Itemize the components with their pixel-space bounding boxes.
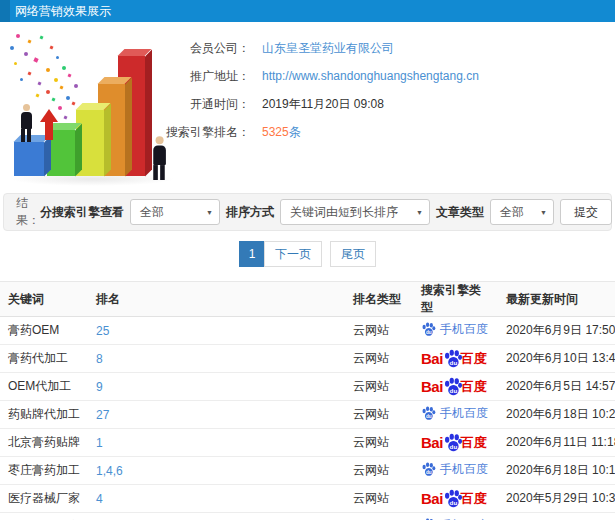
growth-arrow-icon	[40, 107, 58, 140]
rank-link[interactable]: 1	[88, 429, 345, 457]
engine-cell: du手机百度	[413, 513, 498, 520]
baidu-paw-icon: du	[421, 462, 436, 477]
filter-bar: 结果： 分搜索引擎查看 全部 ▼ 排序方式 关键词由短到长排序 ▼ 文章类型 全…	[3, 193, 612, 231]
article-type-select[interactable]: 全部 ▼	[490, 199, 554, 225]
caret-down-icon: ▼	[416, 209, 423, 216]
updated-cell: 2020年6月11日 11:18	[498, 429, 615, 457]
updated-cell: 2020年5月29日 10:32	[498, 485, 615, 513]
baidu-paw-icon: du	[443, 433, 463, 453]
caret-down-icon: ▼	[540, 209, 547, 216]
last-page-button[interactable]: 尾页	[330, 241, 376, 267]
table-row: 枣庄膏药加工 1,4,6 云网站 du手机百度 2020年6月18日 10:19	[0, 457, 615, 485]
sort-filter-select[interactable]: 关键词由短到长排序 ▼	[280, 199, 430, 225]
baidu-paw-icon: du	[443, 349, 463, 369]
article-type-label: 文章类型	[436, 204, 484, 221]
rank-count-value[interactable]: 5325	[262, 125, 289, 139]
svg-text:du: du	[426, 414, 432, 419]
rank-link[interactable]: 1,4,6	[88, 457, 345, 485]
svg-text:du: du	[449, 443, 457, 450]
baidu-paw-icon: du	[421, 322, 436, 337]
updated-cell: 2020年6月10日 13:40	[498, 345, 615, 373]
rank-type-cell: 云网站	[345, 401, 413, 429]
baidu-paw-icon: du	[443, 377, 463, 397]
keyword-cell: 膏药代加工	[0, 345, 88, 373]
keyword-cell: 北京膏药贴牌	[0, 429, 88, 457]
rank-type-cell: 云网站	[345, 457, 413, 485]
businessman-right	[151, 136, 167, 180]
table-row: 药贴牌代加工 27 云网站 du手机百度 2020年6月18日 10:25	[0, 401, 615, 429]
info-row-company: 会员公司： 山东皇圣堂药业有限公司	[158, 34, 615, 62]
header-rank-type: 排名类型	[345, 282, 413, 317]
chart-bar-blue	[14, 142, 44, 176]
table-body: 膏药OEM 25 云网站 du手机百度 2020年6月9日 17:50 膏药代加…	[0, 317, 615, 520]
pagination: 1 下一页 尾页	[0, 241, 615, 267]
info-section: 会员公司： 山东皇圣堂药业有限公司 推广地址： http://www.shand…	[0, 22, 615, 192]
svg-text:du: du	[426, 470, 432, 475]
rank-link[interactable]: 25	[88, 317, 345, 345]
header-engine-type: 搜索引擎类型	[413, 282, 498, 317]
updated-cell: 2020年6月5日 14:57	[498, 373, 615, 401]
rank-type-cell: 云网站	[345, 373, 413, 401]
updated-cell: 2020年6月9日 17:50	[498, 317, 615, 345]
keyword-cell: 菏泽膏药厂家	[0, 513, 88, 520]
engine-cell: Baidu百度	[413, 373, 498, 401]
baidu-paw-icon: du	[443, 489, 463, 509]
baidu-logo: Baidu百度	[421, 349, 487, 369]
table-row: OEM代加工 9 云网站 Baidu百度 2020年6月5日 14:57	[0, 373, 615, 401]
engine-filter-label: 分搜索引擎查看	[40, 204, 124, 221]
engine-cell: Baidu百度	[413, 485, 498, 513]
promotion-url-link[interactable]: http://www.shandonghuangshengtang.cn	[262, 69, 479, 83]
rank-type-cell: 云网站	[345, 485, 413, 513]
businessman-left	[19, 104, 33, 142]
table-header-row: 关键词 排名 排名类型 搜索引擎类型 最新更新时间	[0, 282, 615, 317]
engine-cell: Baidu百度	[413, 429, 498, 457]
keyword-cell: OEM代加工	[0, 373, 88, 401]
next-page-button[interactable]: 下一页	[264, 241, 322, 267]
rank-link[interactable]: 8	[88, 345, 345, 373]
baidu-logo: Baidu百度	[421, 377, 487, 397]
company-label: 会员公司：	[158, 40, 250, 57]
sort-filter-label: 排序方式	[226, 204, 274, 221]
rank-link[interactable]: 27	[88, 401, 345, 429]
rank-link[interactable]: 4	[88, 485, 345, 513]
rank-link[interactable]: 17	[88, 513, 345, 520]
svg-text:du: du	[449, 499, 457, 506]
header-updated: 最新更新时间	[498, 282, 615, 317]
member-info: 会员公司： 山东皇圣堂药业有限公司 推广地址： http://www.shand…	[158, 34, 615, 146]
svg-text:du: du	[449, 359, 457, 366]
info-row-url: 推广地址： http://www.shandonghuangshengtang.…	[158, 62, 615, 90]
engine-cell: du手机百度	[413, 317, 498, 345]
mobile-baidu-logo: du手机百度	[421, 321, 488, 338]
info-row-opened: 开通时间： 2019年11月20日 09:08	[158, 90, 615, 118]
info-row-rank-count: 搜索引擎排名： 5325条	[158, 118, 615, 146]
engine-cell: du手机百度	[413, 401, 498, 429]
keyword-cell: 枣庄膏药加工	[0, 457, 88, 485]
table-row: 膏药代加工 8 云网站 Baidu百度 2020年6月10日 13:40	[0, 345, 615, 373]
result-label: 结果：	[16, 195, 40, 229]
keyword-cell: 膏药OEM	[0, 317, 88, 345]
engine-filter-select[interactable]: 全部 ▼	[130, 199, 220, 225]
rank-type-cell: 云网站	[345, 345, 413, 373]
baidu-logo: Baidu百度	[421, 433, 487, 453]
submit-button[interactable]: 提交	[560, 199, 612, 225]
opened-time-label: 开通时间：	[158, 96, 250, 113]
page-1-button[interactable]: 1	[239, 241, 265, 267]
top-title-bar: 网络营销效果展示	[0, 0, 615, 22]
table-row: 膏药OEM 25 云网站 du手机百度 2020年6月9日 17:50	[0, 317, 615, 345]
opened-time-value: 2019年11月20日 09:08	[262, 96, 384, 113]
mobile-baidu-logo: du手机百度	[421, 405, 488, 422]
keyword-cell: 药贴牌代加工	[0, 401, 88, 429]
caret-down-icon: ▼	[206, 209, 213, 216]
engine-rank-label: 搜索引擎排名：	[158, 124, 250, 141]
rank-type-cell: 云网站	[345, 429, 413, 457]
rank-type-cell: 云网站	[345, 317, 413, 345]
baidu-logo: Baidu百度	[421, 489, 487, 509]
rank-link[interactable]: 9	[88, 373, 345, 401]
page-title: 网络营销效果展示	[0, 0, 615, 22]
company-link[interactable]: 山东皇圣堂药业有限公司	[262, 40, 394, 57]
updated-cell: 2020年6月18日 10:19	[498, 457, 615, 485]
engine-cell: du手机百度	[413, 457, 498, 485]
promotion-url-label: 推广地址：	[158, 68, 250, 85]
rank-count-unit[interactable]: 条	[289, 125, 301, 139]
baidu-paw-icon: du	[421, 406, 436, 421]
